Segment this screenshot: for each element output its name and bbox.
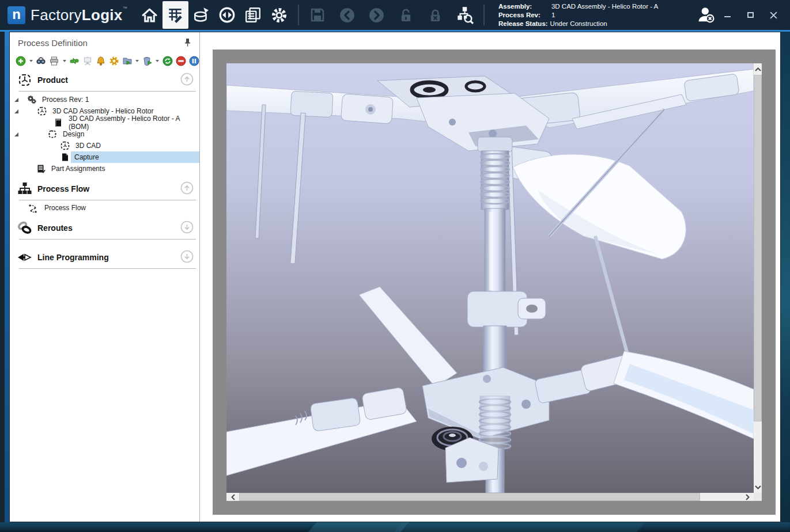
pause-icon[interactable] (188, 56, 199, 67)
tree-item-bom[interactable]: 3D CAD Assembly - Helico Rotor - A (BOM) (10, 117, 199, 128)
section-process-flow-label: Process Flow (37, 184, 89, 193)
window-controls (723, 11, 777, 19)
main-nav (137, 0, 292, 30)
accent-line (0, 30, 790, 32)
tree-item-process-rev[interactable]: Process Rev: 1 (10, 94, 199, 105)
data-import-icon[interactable] (188, 0, 214, 30)
divider (19, 91, 196, 92)
tree-item-label: Process Flow (41, 202, 86, 214)
unlock-icon[interactable] (393, 0, 419, 30)
add-dropdown-caret[interactable] (29, 60, 33, 62)
expander-icon[interactable] (14, 98, 18, 102)
divider (19, 239, 196, 240)
tree-item-capture[interactable]: Capture (10, 151, 199, 163)
vertical-scrollbar[interactable] (754, 63, 762, 493)
sync-icon[interactable] (214, 0, 240, 30)
product-collapse-icon[interactable] (180, 73, 194, 88)
logout-user-icon[interactable] (693, 0, 720, 30)
settings-icon[interactable] (266, 0, 292, 30)
process-definition-icon[interactable] (162, 1, 188, 29)
export-dropdown-caret[interactable] (135, 60, 139, 62)
board-icon[interactable] (82, 56, 93, 67)
back-icon[interactable] (334, 0, 360, 30)
maximize-button[interactable] (746, 11, 754, 19)
part-assignments-icon (36, 164, 46, 173)
tree-item-process-flow[interactable]: Process Flow (10, 202, 199, 215)
document-icon (61, 153, 70, 162)
capture-viewer-frame (213, 50, 776, 515)
document-tools (305, 0, 478, 30)
find-icon[interactable] (36, 56, 47, 67)
stop-icon[interactable] (175, 56, 186, 67)
tree-item-label-selected: Capture (71, 151, 199, 163)
process-rev-value: 1 (551, 11, 555, 20)
gear-icon[interactable] (109, 56, 120, 67)
expander-icon[interactable] (14, 109, 18, 113)
divider (19, 268, 196, 269)
titlebar: n FactoryLogix™ (0, 0, 790, 30)
main-area (201, 32, 780, 522)
pin-icon[interactable] (183, 38, 192, 47)
process-tree: Process Rev: 1 3D CAD Assembly - Helico … (10, 93, 199, 174)
assembly-value: 3D CAD Assembly - Helico Rotor - A (551, 2, 658, 11)
save-icon[interactable] (305, 0, 331, 30)
print-icon[interactable] (49, 56, 60, 67)
scroll-up-button[interactable] (754, 63, 762, 75)
toolbar-separator (298, 5, 299, 25)
tree-item-design[interactable]: Design (10, 128, 199, 140)
close-button[interactable] (769, 11, 777, 19)
window-right-edge (781, 32, 790, 525)
delete-dropdown-caret[interactable] (156, 60, 159, 62)
section-process-flow[interactable]: Process Flow (10, 179, 199, 199)
expander-icon[interactable] (14, 132, 18, 136)
scrollbar-corner (754, 493, 762, 501)
section-reroutes[interactable]: Reroutes (10, 218, 199, 238)
scroll-left-button[interactable] (226, 493, 239, 501)
divider (19, 200, 196, 200)
section-product-label: Product (37, 75, 68, 85)
home-icon[interactable] (137, 0, 162, 30)
factorylogix-logo: n (7, 6, 25, 24)
delete-icon[interactable] (142, 56, 153, 67)
window-left-edge (0, 32, 9, 525)
add-icon[interactable] (16, 56, 27, 67)
print-dropdown-caret[interactable] (63, 60, 66, 62)
process-rev-label: Process Rev: (498, 11, 551, 20)
gears-icon (27, 95, 36, 104)
section-reroutes-label: Reroutes (37, 223, 73, 233)
scroll-right-button[interactable] (741, 493, 754, 501)
scroll-down-button[interactable] (754, 481, 762, 493)
export-folder-icon[interactable] (122, 56, 133, 67)
vertical-scroll-thumb[interactable] (754, 75, 762, 421)
horizontal-scroll-thumb[interactable] (239, 493, 700, 501)
line-programming-expand-icon[interactable] (180, 250, 194, 265)
process-flow-collapse-icon[interactable] (180, 181, 194, 196)
tree-item-label: Part Assignments (48, 163, 105, 174)
reroutes-chain-icon (17, 221, 33, 235)
section-line-programming-label: Line Programming (37, 253, 109, 262)
assembly-label: Assembly: (498, 2, 551, 11)
reroutes-expand-icon[interactable] (180, 221, 194, 235)
design-frame-icon (48, 130, 57, 139)
minimize-button[interactable] (723, 11, 731, 19)
tree-item-label: 3D CAD Assembly - Helico Rotor - A (BOM) (65, 117, 199, 128)
structure-search-icon[interactable] (452, 0, 478, 30)
lock-discard-icon[interactable] (422, 0, 448, 30)
cube3d-icon (37, 107, 47, 116)
section-line-programming[interactable]: Line Programming (10, 248, 199, 267)
reports-icon[interactable] (240, 0, 266, 30)
horizontal-scrollbar[interactable] (226, 493, 754, 501)
tree-item-3d-cad[interactable]: 3D CAD (10, 140, 199, 151)
tree-item-part-assignments[interactable]: Part Assignments (10, 163, 199, 174)
brand-name: FactoryLogix™ (31, 6, 127, 24)
cube3d-icon (61, 141, 70, 150)
refresh-icon[interactable] (162, 56, 173, 67)
panel-toolbar (10, 53, 199, 69)
forward-icon[interactable] (364, 0, 390, 30)
cad-render (226, 63, 754, 493)
bell-icon[interactable] (96, 56, 107, 67)
connect-icon[interactable] (69, 56, 80, 67)
section-product[interactable]: Product (10, 70, 199, 90)
bom-book-icon (54, 118, 63, 127)
assembly-info: Assembly:3D CAD Assembly - Helico Rotor … (498, 2, 658, 28)
